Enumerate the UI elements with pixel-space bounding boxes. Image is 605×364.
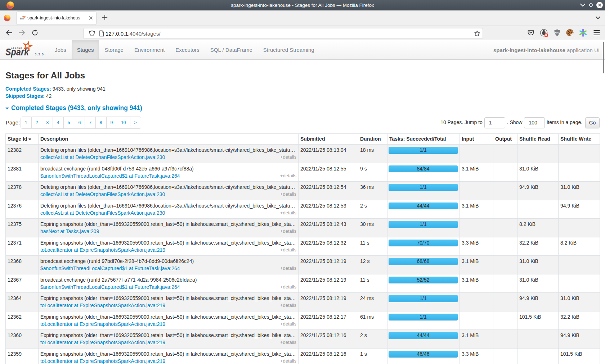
- svg-text:UO: UO: [555, 31, 559, 34]
